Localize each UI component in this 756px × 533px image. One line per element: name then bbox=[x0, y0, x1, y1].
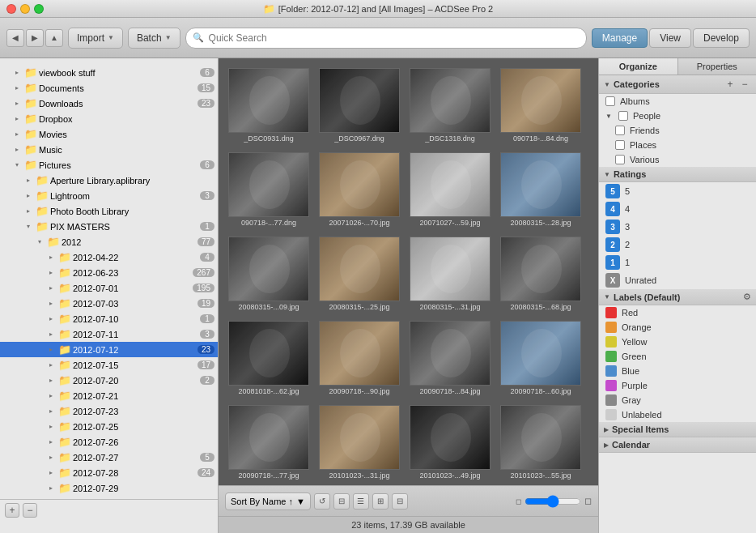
list-view-icon[interactable]: ☰ bbox=[353, 493, 369, 510]
sidebar-item-2012-07-27[interactable]: ▸📁2012-07-275 bbox=[0, 450, 218, 465]
expander-icon[interactable]: ▸ bbox=[45, 452, 57, 463]
thumbnail[interactable]: 20080315-...68.jpg bbox=[497, 233, 584, 314]
label-item-gray[interactable]: Gray bbox=[599, 393, 756, 407]
sidebar-item-music[interactable]: ▸📁Music bbox=[0, 142, 218, 157]
calendar-header[interactable]: ▶ Calendar bbox=[599, 437, 756, 453]
thumbnail[interactable]: 20090718-...90.jpg bbox=[316, 318, 403, 399]
labels-header[interactable]: ▼ Labels (Default) ⚙ bbox=[599, 289, 756, 305]
label-item-orange[interactable]: Orange bbox=[599, 320, 756, 335]
expander-icon[interactable]: ▸ bbox=[45, 313, 57, 325]
batch-button[interactable]: Batch ▼ bbox=[129, 28, 180, 48]
view-view-button[interactable]: View bbox=[649, 28, 691, 48]
label-item-purple[interactable]: Purple bbox=[599, 378, 756, 393]
expander-icon[interactable]: ▸ bbox=[45, 437, 57, 448]
thumbnail[interactable]: 20080315-...28.jpg bbox=[497, 149, 584, 230]
sidebar-item-2012-04-22[interactable]: ▸📁2012-04-224 bbox=[0, 249, 218, 265]
refresh-icon[interactable]: ↺ bbox=[314, 493, 330, 510]
thumbnail[interactable]: 20080315-...25.jpg bbox=[316, 233, 403, 314]
label-item-blue[interactable]: Blue bbox=[599, 364, 756, 378]
back-button[interactable]: ◀ bbox=[6, 29, 24, 47]
thumbnail[interactable]: _DSC0967.dng bbox=[316, 65, 403, 146]
sidebar-item-2012-07-29[interactable]: ▸📁2012-07-29 bbox=[0, 480, 218, 496]
category-various[interactable]: Various bbox=[599, 152, 756, 167]
sidebar-item-2012-07-15[interactable]: ▸📁2012-07-1517 bbox=[0, 357, 218, 373]
expander-icon[interactable]: ▸ bbox=[45, 375, 57, 386]
ratings-header[interactable]: ▼ Ratings bbox=[599, 167, 756, 182]
categories-remove-icon[interactable]: − bbox=[738, 78, 751, 91]
rating-item-unrated[interactable]: XUnrated bbox=[599, 271, 756, 289]
sidebar-item-aperture-library.aplibrary[interactable]: ▸📁Aperture Library.aplibrary bbox=[0, 173, 218, 188]
sidebar-item-movies[interactable]: ▸📁Movies bbox=[0, 126, 218, 142]
sidebar-item-documents[interactable]: ▸📁Documents15 bbox=[0, 80, 218, 96]
batch-button-group[interactable]: Batch ▼ bbox=[128, 28, 181, 49]
develop-view-button[interactable]: Develop bbox=[693, 28, 750, 48]
manage-view-button[interactable]: Manage bbox=[592, 28, 648, 48]
labels-settings-icon[interactable]: ⚙ bbox=[743, 292, 751, 302]
sidebar-item-viewbook-stuff[interactable]: ▸📁viewbook stuff6 bbox=[0, 65, 218, 80]
expander-icon[interactable]: ▸ bbox=[23, 190, 34, 202]
expander-icon[interactable]: ▸ bbox=[45, 344, 57, 356]
sidebar-item-downloads[interactable]: ▸📁Downloads23 bbox=[0, 96, 218, 111]
expander-icon[interactable]: ▾ bbox=[34, 237, 45, 248]
thumbnail[interactable]: _DSC1318.dng bbox=[406, 65, 494, 146]
zoom-range[interactable] bbox=[525, 495, 581, 508]
places-checkbox[interactable] bbox=[615, 140, 625, 150]
minimize-button[interactable] bbox=[20, 4, 30, 14]
remove-folder-button[interactable]: − bbox=[23, 503, 37, 518]
expander-icon[interactable]: ▸ bbox=[45, 252, 57, 263]
expander-icon[interactable]: ▸ bbox=[11, 98, 23, 109]
expander-icon[interactable]: ▸ bbox=[45, 329, 57, 340]
thumbnail[interactable]: _DSC0931.dng bbox=[225, 65, 312, 146]
friends-checkbox[interactable] bbox=[615, 126, 625, 135]
close-button[interactable] bbox=[6, 4, 16, 14]
filter-icon[interactable]: ⊟ bbox=[333, 493, 350, 510]
sidebar-item-2012-07-26[interactable]: ▸📁2012-07-26 bbox=[0, 434, 218, 450]
sidebar-item-pix-masters[interactable]: ▾📁PIX MASTERS1 bbox=[0, 219, 218, 234]
thumbnail[interactable]: 090718-...77.dng bbox=[225, 149, 312, 230]
expander-icon[interactable]: ▸ bbox=[45, 421, 57, 433]
import-button[interactable]: Import ▼ bbox=[69, 28, 122, 48]
search-bar[interactable]: 🔍 bbox=[185, 28, 587, 49]
thumbnail[interactable]: 20081018-...62.jpg bbox=[225, 318, 312, 399]
category-places[interactable]: Places bbox=[599, 138, 756, 152]
category-albums[interactable]: Albums bbox=[599, 94, 756, 109]
expander-icon[interactable]: ▸ bbox=[11, 129, 23, 140]
zoom-slider[interactable]: ◻ ◻ bbox=[411, 495, 592, 508]
sidebar-item-dropbox[interactable]: ▸📁Dropbox bbox=[0, 111, 218, 126]
sidebar-item-2012[interactable]: ▾📁201277 bbox=[0, 234, 218, 249]
maximize-button[interactable] bbox=[34, 4, 44, 14]
category-people[interactable]: ▼ People bbox=[599, 109, 756, 123]
sidebar-item-2012-07-20[interactable]: ▸📁2012-07-202 bbox=[0, 373, 218, 388]
sidebar-item-2012-07-28[interactable]: ▸📁2012-07-2824 bbox=[0, 465, 218, 480]
label-item-red[interactable]: Red bbox=[599, 305, 756, 320]
up-button[interactable]: ▲ bbox=[45, 29, 63, 47]
thumbnail[interactable]: 090718-...84.dng bbox=[497, 65, 584, 146]
expander-icon[interactable]: ▸ bbox=[45, 467, 57, 479]
label-item-unlabeled[interactable]: Unlabeled bbox=[599, 407, 756, 422]
expander-icon[interactable]: ▸ bbox=[45, 390, 57, 402]
thumbnail[interactable]: 20090718-...77.jpg bbox=[225, 402, 312, 483]
rating-item-4[interactable]: 44 bbox=[599, 200, 756, 218]
thumbnail[interactable]: 20101023-...49.jpg bbox=[406, 402, 494, 483]
expander-icon[interactable]: ▸ bbox=[45, 283, 57, 294]
expander-icon[interactable]: ▾ bbox=[23, 221, 34, 232]
label-item-green[interactable]: Green bbox=[599, 349, 756, 364]
sidebar-item-photo-booth-library[interactable]: ▸📁Photo Booth Library bbox=[0, 203, 218, 219]
expander-icon[interactable]: ▸ bbox=[11, 113, 23, 125]
sidebar-item-2012-06-23[interactable]: ▸📁2012-06-23267 bbox=[0, 265, 218, 280]
rating-item-2[interactable]: 22 bbox=[599, 236, 756, 254]
sort-selector[interactable]: Sort By Name ↑ ▼ bbox=[225, 492, 311, 510]
thumbnail[interactable]: 20101023-...31.jpg bbox=[316, 402, 403, 483]
sidebar-item-2012-07-01[interactable]: ▸📁2012-07-01195 bbox=[0, 280, 218, 296]
thumbnail[interactable]: 20090718-...60.jpg bbox=[497, 318, 584, 399]
categories-add-icon[interactable]: + bbox=[724, 78, 737, 91]
rating-item-5[interactable]: 55 bbox=[599, 182, 756, 200]
search-input[interactable] bbox=[209, 32, 580, 44]
tab-properties[interactable]: Properties bbox=[678, 58, 757, 75]
expander-icon[interactable]: ▾ bbox=[11, 160, 23, 171]
expander-icon[interactable]: ▸ bbox=[45, 406, 57, 417]
expander-icon[interactable]: ▸ bbox=[45, 483, 57, 494]
thumbnail[interactable]: 20071027-...59.jpg bbox=[406, 149, 494, 230]
sidebar-item-pictures[interactable]: ▾📁Pictures6 bbox=[0, 157, 218, 173]
thumbnail[interactable]: 20090718-...84.jpg bbox=[406, 318, 494, 399]
